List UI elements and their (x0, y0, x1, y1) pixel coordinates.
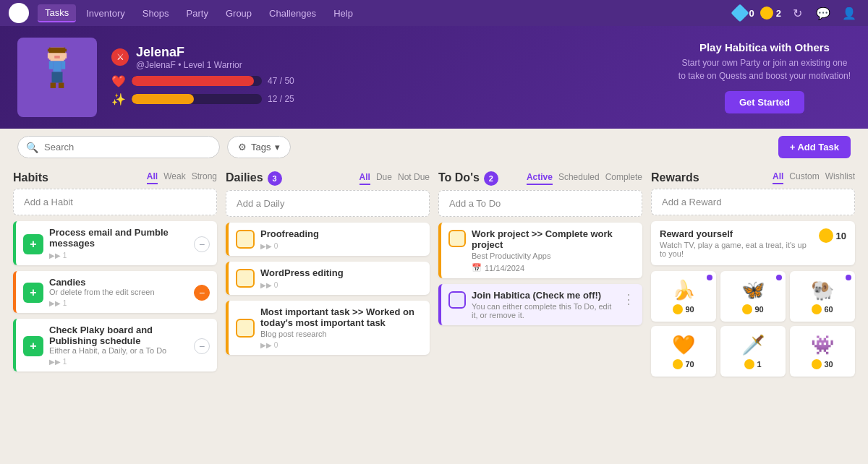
class-icon: ⚔ (111, 48, 129, 66)
nav-challenges[interactable]: Challenges (262, 5, 323, 22)
svg-rect-13 (52, 72, 58, 83)
xp-label: 12 / 25 (268, 94, 294, 104)
reward-grid: 🍌 90 🦋 90 🐏 60 (651, 271, 855, 377)
todo-checkbox[interactable] (448, 230, 466, 247)
svg-rect-14 (57, 72, 63, 83)
hero-info: ⚔ JelenaF @JelenaF • Level 1 Warrior ❤️ … (111, 45, 664, 111)
nav-shops[interactable]: Shops (135, 5, 176, 22)
nav-tasks[interactable]: Tasks (38, 4, 76, 22)
add-daily-row[interactable]: Add a Daily (226, 190, 430, 217)
nav-help[interactable]: Help (326, 5, 360, 22)
todos-tabs: Active Scheduled Complete (527, 172, 642, 185)
add-reward-row[interactable]: Add a Reward (651, 189, 855, 215)
todo-menu-button[interactable]: ⋮ (622, 291, 635, 307)
reward-item-gold-icon (673, 359, 683, 369)
daily-body: Proofreading ▶▶ 0 (260, 228, 422, 250)
daily-title: WordPress editing (260, 267, 422, 278)
reward-emoji: 🍌 (672, 279, 695, 301)
reward-title: Reward yourself (660, 228, 813, 239)
rewards-tab-custom[interactable]: Custom (789, 171, 819, 184)
reward-item-cost: 90 (673, 304, 694, 314)
habit-plus-button[interactable]: + (23, 234, 43, 254)
search-wrap: 🔍 (17, 136, 220, 158)
habit-title: Process email and Pumble messages (49, 227, 188, 249)
svg-rect-9 (54, 56, 60, 59)
rewards-tabs: All Custom Wishlist (773, 171, 855, 184)
dailies-tab-due[interactable]: Due (376, 172, 392, 185)
reward-dot (776, 275, 782, 280)
daily-checkbox[interactable] (236, 230, 255, 249)
todos-tab-scheduled[interactable]: Scheduled (558, 172, 600, 185)
habit-plus-button[interactable]: + (23, 283, 43, 303)
add-task-button[interactable]: + Add Task (778, 136, 851, 158)
reward-item-amount: 60 (824, 305, 833, 314)
daily-checkbox[interactable] (236, 269, 255, 288)
svg-rect-4 (48, 53, 51, 59)
svg-rect-10 (53, 61, 61, 72)
todo-checkbox[interactable] (448, 291, 466, 309)
habit-content: Process email and Pumble messages ▶▶ 1 (49, 227, 188, 259)
tags-label: Tags (251, 142, 271, 152)
habit-card: + Candies Or delete from the edit screen… (13, 271, 217, 313)
reward-item[interactable]: 🗡️ 1 (720, 326, 786, 377)
dailies-tab-all[interactable]: All (359, 172, 370, 185)
daily-body: WordPress editing ▶▶ 0 (260, 267, 422, 289)
dailies-badge: 3 (268, 171, 282, 186)
nav-inventory[interactable]: Inventory (79, 5, 132, 22)
get-started-button[interactable]: Get Started (725, 91, 804, 113)
habit-minus-button[interactable]: − (194, 285, 210, 301)
rewards-tab-all[interactable]: All (773, 171, 783, 184)
todos-tab-active[interactable]: Active (527, 172, 553, 185)
reward-item-cost: 30 (812, 359, 833, 369)
todos-column: To Do's2 Active Scheduled Complete Add a… (434, 166, 647, 464)
logo[interactable]: 🐺 (9, 3, 29, 23)
hp-label: 47 / 50 (268, 76, 294, 86)
svg-rect-7 (48, 49, 51, 52)
reward-item[interactable]: 👾 30 (790, 326, 855, 377)
toolbar: 🔍 ⚙ Tags ▾ + Add Task (0, 129, 868, 166)
add-todo-row[interactable]: Add a To Do (438, 190, 642, 217)
nav-group[interactable]: Group (218, 5, 259, 22)
refresh-button[interactable]: ↻ (787, 3, 807, 23)
daily-title: Proofreading (260, 228, 422, 239)
reward-item[interactable]: 🦋 90 (720, 271, 786, 322)
todos-header: To Do's2 Active Scheduled Complete (438, 166, 642, 190)
habit-sub: Or delete from the edit screen (49, 288, 188, 296)
habits-tab-weak[interactable]: Weak (163, 171, 185, 184)
daily-card: Proofreading ▶▶ 0 (226, 223, 430, 256)
rewards-tab-wishlist[interactable]: Wishlist (825, 171, 855, 184)
habits-header: Habits All Weak Strong (13, 166, 217, 189)
dailies-header: Dailies3 All Due Not Due (226, 166, 430, 190)
habit-plus-button[interactable]: + (23, 336, 43, 356)
reward-item-amount: 90 (754, 305, 763, 314)
search-input[interactable] (17, 136, 220, 158)
navbar: 🐺 Tasks Inventory Shops Party Group Chal… (0, 0, 868, 26)
tags-button[interactable]: ⚙ Tags ▾ (227, 136, 291, 158)
nav-party[interactable]: Party (179, 5, 216, 22)
hp-fill (132, 76, 254, 86)
add-habit-row[interactable]: Add a Habit (13, 189, 217, 215)
hero-avatar (17, 38, 97, 117)
profile-button[interactable]: 👤 (839, 3, 859, 23)
chat-button[interactable]: 💬 (813, 3, 833, 23)
habits-tab-all[interactable]: All (147, 171, 158, 184)
daily-checkbox[interactable] (236, 319, 255, 338)
reward-item-amount: 90 (685, 305, 694, 314)
hero-handle: @JelenaF • Level 1 Warrior (136, 60, 242, 70)
svg-rect-12 (61, 61, 66, 69)
habit-content: Check Plaky board and Publishing schedul… (49, 325, 188, 366)
dailies-tab-notdue[interactable]: Not Due (398, 172, 430, 185)
habit-minus-button[interactable]: − (194, 338, 210, 354)
habit-minus-button[interactable]: − (194, 236, 210, 252)
habits-tab-strong[interactable]: Strong (192, 171, 217, 184)
daily-title: Most important task >> Worked on today's… (260, 306, 422, 328)
xp-icon: ✨ (111, 93, 126, 106)
reward-item[interactable]: 🍌 90 (651, 271, 716, 322)
svg-rect-6 (49, 48, 66, 53)
reward-item[interactable]: 🧡 70 (651, 326, 716, 377)
todos-tab-complete[interactable]: Complete (605, 172, 642, 185)
reward-item[interactable]: 🐏 60 (790, 271, 855, 322)
hero-cta: Play Habitica with Others Start your own… (678, 41, 851, 113)
reward-item-cost: 90 (742, 304, 763, 314)
rewards-title: Rewards (651, 171, 699, 184)
